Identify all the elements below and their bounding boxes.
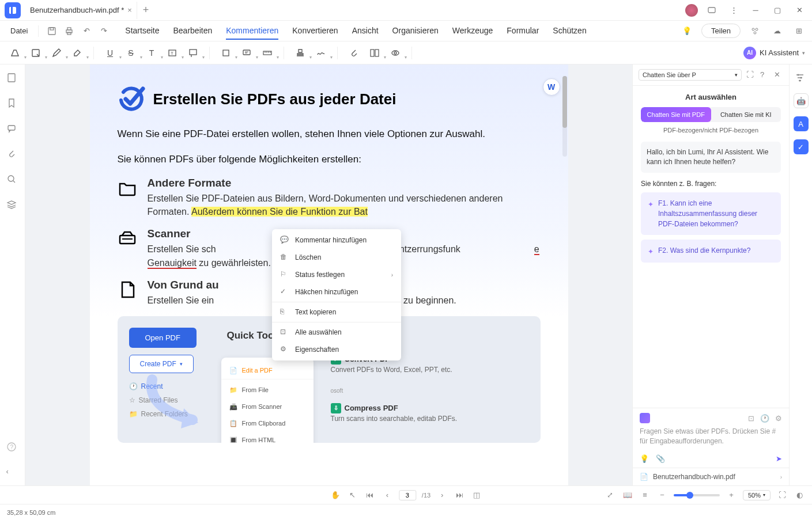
grid-icon[interactable]: ⊞ <box>791 24 806 39</box>
tab-close-icon[interactable]: × <box>127 6 132 14</box>
close-button[interactable]: ✕ <box>791 2 807 18</box>
comments-icon[interactable] <box>6 123 19 136</box>
strikethrough-tool[interactable]: S <box>123 45 139 61</box>
minimize-button[interactable]: ─ <box>747 2 764 18</box>
from-scanner-item[interactable]: 📠From Scanner <box>221 398 314 415</box>
save-icon[interactable] <box>44 24 59 39</box>
select-tool-icon[interactable]: ↖ <box>347 489 358 501</box>
hide-tool[interactable] <box>387 45 403 61</box>
ai-send-button[interactable]: ➤ <box>776 454 782 463</box>
zoom-slider[interactable] <box>674 494 720 496</box>
compare-tool[interactable] <box>367 45 383 61</box>
tab-convert[interactable]: Konvertieren <box>292 22 338 40</box>
file-menu[interactable]: Datei <box>6 24 32 37</box>
create-pdf-button[interactable]: Create PDF▾ <box>129 355 194 373</box>
tab-tools[interactable]: Werkzeuge <box>452 22 493 40</box>
textbox-tool[interactable]: T <box>164 45 180 61</box>
ai-history-icon[interactable]: ⊡ <box>748 414 754 423</box>
highlighted-text[interactable]: Außerdem können Sie die Funktion zur Bat <box>191 207 368 217</box>
open-pdf-button[interactable]: Open PDF <box>129 328 197 348</box>
ai-input[interactable]: Fragen Sie etwas über PDFs. Drücken Sie … <box>640 427 782 450</box>
highlight-tool[interactable] <box>7 45 23 61</box>
stamp-tool[interactable] <box>292 45 308 61</box>
pencil-tool[interactable] <box>48 45 65 61</box>
tab-protect[interactable]: Schützen <box>553 22 586 40</box>
ctx-properties[interactable]: ⚙Eigenschaften <box>272 341 401 358</box>
prev-page-icon[interactable]: ‹ <box>382 489 393 501</box>
from-clipboard-item[interactable]: 📋From Clipborad <box>221 415 314 432</box>
ctx-add-comment[interactable]: 💬Kommentar hinzufügen <box>272 231 401 249</box>
user-avatar[interactable] <box>685 4 698 17</box>
tab-start[interactable]: Startseite <box>125 22 159 40</box>
page-number-input[interactable] <box>399 490 416 500</box>
chat-ki-tab[interactable]: Chatten Sie mit KI <box>711 107 781 122</box>
ai-file-ref[interactable]: 📄 Benutzerhandbuch-win.pdf › <box>633 468 789 485</box>
redo-icon[interactable]: ↷ <box>96 24 111 39</box>
fullscreen-icon[interactable]: ⛶ <box>776 489 788 501</box>
filter-icon[interactable] <box>795 73 807 85</box>
ai-settings-icon[interactable]: ⚙ <box>775 414 782 423</box>
help-icon[interactable]: ? <box>6 442 19 454</box>
zoom-in-icon[interactable]: + <box>726 489 737 501</box>
tab-edit[interactable]: Bearbeiten <box>173 22 213 40</box>
zoom-level-select[interactable]: 50%▾ <box>743 490 771 500</box>
ai-mode-select[interactable]: Chatten Sie über P▾ <box>639 69 742 81</box>
ctx-select-all[interactable]: ⊡Alle auswählen <box>272 324 401 341</box>
ai-input-icon-1[interactable] <box>640 413 650 423</box>
hand-tool-icon[interactable]: ✋ <box>330 489 341 501</box>
search-icon[interactable] <box>6 174 19 187</box>
page-layout-icon[interactable]: ◫ <box>471 489 482 501</box>
tab-organize[interactable]: Organisieren <box>392 22 439 40</box>
zoom-out-icon[interactable]: − <box>656 489 668 501</box>
bookmark-icon[interactable] <box>6 98 19 111</box>
tab-comment[interactable]: Kommentieren <box>226 22 278 40</box>
check-rail-icon[interactable]: ✓ <box>794 139 809 154</box>
ctx-copy-text[interactable]: ⎘Text kopieren <box>272 303 401 321</box>
undo-icon[interactable]: ↶ <box>79 24 94 39</box>
scroll-mode-icon[interactable]: ≡ <box>639 489 651 501</box>
ai-assistant-button[interactable]: AI KI Assistent ▾ <box>743 47 805 59</box>
chat-pdf-tab[interactable]: Chatten Sie mit PDF <box>641 107 711 122</box>
cloud-icon[interactable]: ☁ <box>769 24 784 39</box>
ai-suggestion-1[interactable]: ✦F1. Kann ich eine Inhaltszusammenfassun… <box>641 192 781 235</box>
share-button[interactable]: Teilen <box>701 24 741 38</box>
shape-tool[interactable] <box>218 45 234 61</box>
word-badge-icon[interactable]: W <box>543 78 560 96</box>
ai-help-icon[interactable]: ? <box>760 70 769 79</box>
thumbnails-icon[interactable] <box>6 73 19 85</box>
maximize-button[interactable]: ▢ <box>769 2 785 18</box>
underline-tool[interactable]: U <box>102 45 118 61</box>
first-page-icon[interactable]: ⏮ <box>364 489 376 501</box>
tab-view[interactable]: Ansicht <box>352 22 379 40</box>
ai-close-icon[interactable]: ✕ <box>774 70 783 79</box>
reading-mode-icon[interactable]: 📖 <box>622 489 633 501</box>
measure-tool[interactable] <box>259 45 275 61</box>
attach-tool[interactable] <box>346 45 362 61</box>
ai-rail-icon[interactable]: 🤖 <box>794 93 809 108</box>
layers-icon[interactable] <box>6 199 19 212</box>
comment-tool[interactable] <box>239 45 255 61</box>
tab-form[interactable]: Formular <box>507 22 539 40</box>
ai-suggestion-2[interactable]: ✦F2. Was sind die Kernpunkte? <box>641 240 781 263</box>
translate-icon[interactable]: A <box>794 116 809 131</box>
fit-page-icon[interactable]: ⤢ <box>605 489 616 501</box>
scrollbar[interactable] <box>562 76 567 157</box>
ai-expand-icon[interactable]: ⛶ <box>746 70 756 79</box>
ctx-status[interactable]: ⚐Status festlegen› <box>272 266 401 283</box>
more-icon[interactable]: ⋮ <box>726 2 742 18</box>
from-file-item[interactable]: 📁From File <box>221 382 314 398</box>
chat-icon[interactable] <box>704 2 720 18</box>
attachments-icon[interactable] <box>6 149 19 161</box>
ctx-checkmark[interactable]: ✓Häkchen hinzufügen <box>272 283 401 301</box>
bulb-icon[interactable]: 💡 <box>679 24 694 39</box>
text-tool[interactable]: T <box>143 45 160 61</box>
ai-clock-icon[interactable]: 🕐 <box>760 414 769 423</box>
view-settings-icon[interactable]: ◐ <box>794 489 805 501</box>
document-tab[interactable]: Benutzerhandbuch-win.pdf * × <box>25 2 137 19</box>
ai-bulb-icon[interactable]: 💡 <box>640 454 649 463</box>
next-page-icon[interactable]: › <box>436 489 448 501</box>
last-page-icon[interactable]: ⏭ <box>454 489 465 501</box>
eraser-tool[interactable] <box>69 45 85 61</box>
share-icon-1[interactable] <box>747 24 762 39</box>
from-html-item[interactable]: 🔳From HTML <box>221 432 314 443</box>
